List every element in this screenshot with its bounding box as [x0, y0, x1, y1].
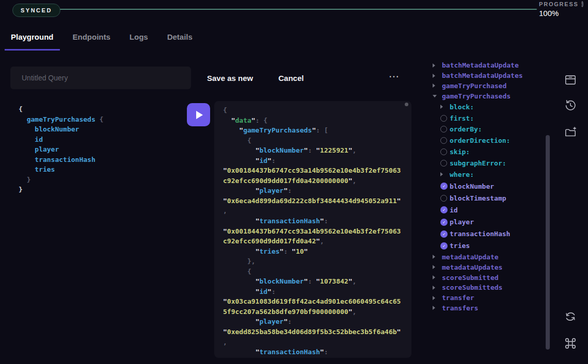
explorer-item-transactionHash[interactable]: transactionHash: [433, 228, 544, 240]
saved-queries-button[interactable]: [563, 73, 578, 87]
caret-right-icon: [433, 275, 440, 279]
explorer-item-label: block:: [450, 103, 474, 111]
schema-explorer: batchMetadataUpdatebatchMetadataUpdatesg…: [433, 60, 544, 313]
response-body: { "data": { "gameTryPurchaseds": [ { "bl…: [214, 101, 411, 357]
explorer-item-skip[interactable]: skip:: [433, 146, 544, 158]
explorer-scrollbar[interactable]: [546, 135, 550, 350]
code-line: "blockNumber": "1073842",: [223, 276, 411, 287]
explorer-item-label: id: [450, 206, 458, 214]
code-line: c92efcc690d9dd017fd0a42",: [223, 236, 411, 246]
code-line: {: [223, 267, 411, 277]
explorer-item-transfer[interactable]: transfer: [433, 293, 544, 303]
explorer-item-metadataUpdate[interactable]: metadataUpdate: [433, 252, 544, 262]
query-actions: Save as new Cancel: [207, 74, 304, 82]
explorer-item-label: transfer: [442, 294, 474, 302]
check-icon[interactable]: [440, 242, 448, 250]
more-options-button[interactable]: ⋯: [389, 70, 400, 82]
circle-icon[interactable]: [440, 148, 448, 155]
explorer-item-label: blockTimestamp: [450, 194, 506, 202]
explorer-item-label: first:: [450, 114, 474, 122]
caret-right-icon: [433, 286, 440, 290]
tab-logs[interactable]: Logs: [123, 32, 154, 51]
explorer-item-block[interactable]: block:: [433, 101, 544, 112]
query-editor[interactable]: { gameTryPurchaseds { blockNumber id pla…: [19, 104, 103, 195]
check-icon[interactable]: [440, 206, 448, 213]
explorer-item-metadataUpdates[interactable]: metadataUpdates: [433, 262, 544, 272]
explorer-item-batchMetadataUpdate[interactable]: batchMetadataUpdate: [433, 60, 544, 71]
check-icon[interactable]: [440, 230, 448, 238]
sync-progress-bar: [60, 9, 537, 10]
code-line: "transactionHash":: [223, 347, 411, 357]
info-icon[interactable]: i: [581, 1, 583, 7]
explorer-item-scoreSubmitted[interactable]: scoreSubmitted: [433, 272, 544, 283]
explorer-item-transfers[interactable]: transfers: [433, 303, 544, 313]
code-line: transactionHash: [19, 155, 103, 165]
explorer-item-batchMetadataUpdates[interactable]: batchMetadataUpdates: [433, 71, 544, 81]
code-line: }: [19, 185, 103, 195]
keyboard-shortcuts-button[interactable]: [563, 336, 578, 351]
circle-icon[interactable]: [440, 126, 448, 133]
code-line: "tries": "10": [223, 246, 411, 257]
explorer-item-label: orderBy:: [450, 125, 482, 133]
code-line: {: [223, 136, 411, 146]
refresh-button[interactable]: [563, 309, 578, 324]
code-line: "0x00184437b6747cc93a14b9562e10e4b3f2ef7…: [223, 166, 411, 176]
explorer-item-label: metadataUpdate: [442, 253, 499, 261]
circle-icon[interactable]: [440, 160, 448, 167]
code-line: ,: [223, 337, 411, 348]
explorer-item-orderDirection[interactable]: orderDirection:: [433, 135, 544, 146]
explorer-item-label: transfers: [442, 304, 478, 312]
code-line: gameTryPurchaseds {: [19, 114, 103, 125]
run-query-button[interactable]: [187, 103, 210, 126]
query-history-button[interactable]: [563, 98, 578, 112]
circle-icon[interactable]: [440, 137, 448, 144]
tab-endpoints[interactable]: Endpoints: [67, 32, 117, 51]
code-line: "id":: [223, 156, 411, 166]
explorer-item-label: batchMetadataUpdates: [442, 72, 523, 79]
caret-right-icon: [440, 105, 448, 109]
caret-right-icon: [440, 172, 448, 176]
explorer-item-label: skip:: [450, 148, 470, 156]
explorer-item-label: metadataUpdates: [442, 263, 502, 271]
explorer-item-player[interactable]: player: [433, 216, 544, 228]
tab-details[interactable]: Details: [161, 32, 199, 51]
explorer-item-gameTryPurchaseds[interactable]: gameTryPurchaseds: [433, 91, 544, 101]
explorer-item-label: player: [450, 218, 474, 226]
check-icon[interactable]: [440, 219, 448, 226]
circle-icon[interactable]: [440, 195, 448, 202]
explorer-item-blockNumber[interactable]: blockNumber: [433, 180, 544, 192]
tab-playground[interactable]: Playground: [5, 32, 60, 51]
explorer-item-id[interactable]: id: [433, 204, 544, 216]
caret-down-icon: [433, 95, 440, 97]
check-icon[interactable]: [440, 183, 448, 190]
explorer-item-blockTimestamp[interactable]: blockTimestamp: [433, 192, 544, 204]
code-line: tries: [19, 164, 103, 175]
query-name-input[interactable]: [10, 67, 191, 89]
progress-label: PROGRESS i: [539, 1, 583, 7]
caret-right-icon: [433, 255, 440, 259]
code-line: "data": {: [223, 115, 411, 126]
code-line: 5f9cc207a562b8dfe970bf900000000",: [223, 307, 411, 317]
explorer-item-scoreSubmitteds[interactable]: scoreSubmitteds: [433, 283, 544, 293]
explorer-item-first[interactable]: first:: [433, 112, 544, 124]
code-line: id: [19, 135, 103, 145]
explorer-item-orderBy[interactable]: orderBy:: [433, 124, 544, 135]
explorer-item-tries[interactable]: tries: [433, 240, 544, 252]
response-panel: { "data": { "gameTryPurchaseds": [ { "bl…: [214, 101, 411, 358]
new-folder-icon: [564, 126, 577, 139]
save-as-new-button[interactable]: Save as new: [207, 74, 253, 82]
code-line: ,: [223, 206, 411, 216]
circle-icon[interactable]: [440, 115, 448, 122]
explorer-item-gameTryPurchased[interactable]: gameTryPurchased: [433, 81, 544, 91]
explorer-item-label: gameTryPurchased: [442, 82, 506, 90]
cancel-button[interactable]: Cancel: [278, 74, 304, 82]
code-line: "transactionHash":: [223, 216, 411, 226]
new-collection-button[interactable]: [563, 125, 578, 140]
explorer-item-subgraphError[interactable]: subgraphError:: [433, 158, 544, 169]
refresh-icon: [564, 310, 577, 323]
progress-value: 100%: [539, 9, 583, 18]
caret-right-icon: [433, 74, 440, 78]
explorer-item-where[interactable]: where:: [433, 169, 544, 180]
explorer-item-label: tries: [450, 242, 470, 250]
explorer-item-label: scoreSubmitted: [442, 274, 499, 282]
